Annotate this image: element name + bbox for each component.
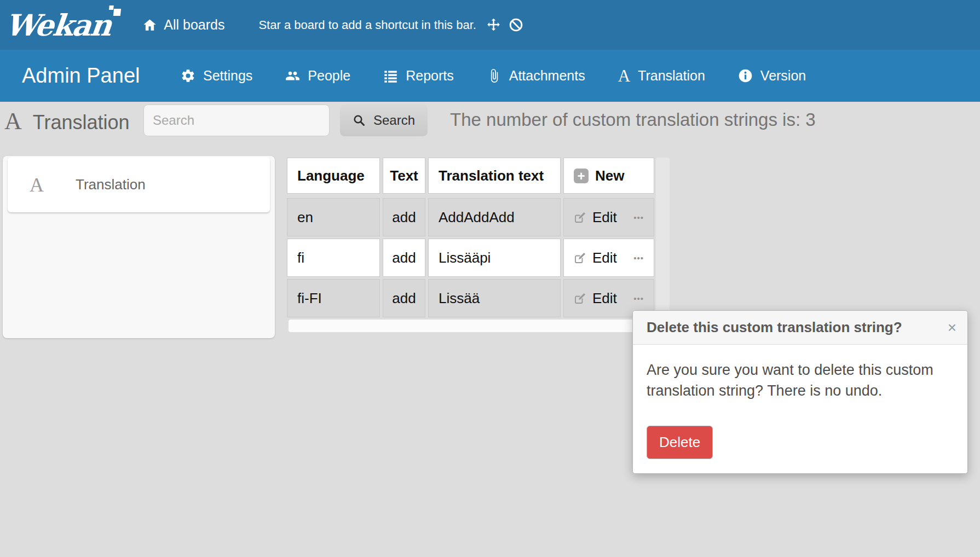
- paperclip-icon: [487, 68, 501, 83]
- dialog-header: Delete this custom translation string? ×: [633, 311, 967, 345]
- ban-icon[interactable]: [509, 18, 523, 32]
- top-bar: Wekan All boards Star a board to add a s…: [0, 0, 980, 50]
- table-cell-language: en: [287, 198, 380, 236]
- move-icon[interactable]: [486, 18, 501, 32]
- admin-nav-item-reports[interactable]: Reports: [383, 68, 454, 84]
- search-button[interactable]: Search: [340, 105, 428, 136]
- list-icon: [383, 68, 398, 83]
- dialog-message: Are you sure you want to delete this cus…: [647, 360, 953, 402]
- edit-button[interactable]: Edit: [592, 250, 617, 266]
- wekan-logo-text: Wekan: [4, 8, 113, 43]
- table-cell-text: add: [383, 279, 425, 317]
- column-header-translation-text: Translation text: [428, 158, 561, 194]
- sidebar-item-label: Translation: [76, 176, 146, 193]
- table-cell-actions: Edit•••: [563, 198, 654, 236]
- logo-square-decoration: [113, 9, 121, 16]
- column-header-language: Language: [287, 158, 380, 194]
- page-title-label: Translation: [33, 111, 130, 134]
- table-cell-text: add: [383, 198, 425, 236]
- admin-nav-item-attachments[interactable]: Attachments: [487, 68, 585, 84]
- table-cell-translation: Lissää: [428, 279, 561, 317]
- dialog-body: Are you sure you want to delete this cus…: [633, 345, 967, 473]
- edit-button[interactable]: Edit: [592, 290, 617, 307]
- search-input[interactable]: [143, 105, 330, 136]
- star-board-hint: Star a board to add a shortcut in this b…: [258, 18, 476, 32]
- ellipsis-icon[interactable]: •••: [633, 253, 644, 263]
- translation-count-text: The number of custom translation strings…: [450, 109, 816, 130]
- pencil-square-icon: [574, 211, 587, 224]
- search-button-label: Search: [373, 113, 415, 128]
- admin-nav-item-settings[interactable]: Settings: [181, 68, 252, 84]
- letter-a-icon: A: [618, 67, 630, 84]
- table-cell-translation: AddAddAdd: [428, 198, 561, 236]
- new-translation-button[interactable]: + New: [563, 158, 654, 194]
- pencil-square-icon: [574, 251, 587, 264]
- people-icon: [285, 68, 300, 83]
- table-cell-translation: Lissääpi: [428, 239, 561, 277]
- page-title: A Translation: [4, 107, 130, 135]
- home-icon: [142, 18, 157, 32]
- admin-panel-title: Admin Panel: [22, 64, 165, 88]
- horizontal-scrollbar-track[interactable]: [289, 320, 668, 332]
- all-boards-link[interactable]: All boards: [142, 17, 224, 33]
- admin-nav: Settings People Reports Attachments A Tr…: [181, 67, 806, 84]
- gear-icon: [181, 68, 195, 83]
- table-cell-language: fi-FI: [287, 279, 380, 317]
- info-icon: [738, 68, 753, 83]
- new-column-label: New: [595, 167, 624, 184]
- plus-icon: +: [574, 169, 589, 183]
- pencil-square-icon: [574, 292, 587, 305]
- search-icon: [353, 114, 366, 127]
- letter-a-icon: A: [4, 107, 22, 135]
- table-cell-actions: Edit•••: [563, 239, 654, 277]
- admin-nav-item-version[interactable]: Version: [738, 68, 806, 84]
- delete-button[interactable]: Delete: [647, 426, 713, 459]
- page-header: A Translation Search The number of custo…: [0, 102, 980, 141]
- edit-button[interactable]: Edit: [592, 209, 617, 226]
- sidebar-item-translation[interactable]: A Translation: [8, 157, 270, 212]
- table-cell-language: fi: [287, 239, 380, 277]
- admin-nav-item-translation[interactable]: A Translation: [618, 67, 705, 84]
- sidebar: A Translation: [3, 156, 275, 338]
- ellipsis-icon[interactable]: •••: [633, 294, 644, 303]
- all-boards-label: All boards: [164, 17, 224, 33]
- ellipsis-icon[interactable]: •••: [633, 213, 644, 222]
- wekan-logo: Wekan: [4, 8, 113, 43]
- table-cell-text: add: [383, 239, 425, 277]
- letter-a-icon: A: [30, 173, 44, 196]
- close-icon[interactable]: ×: [948, 320, 956, 335]
- admin-panel-bar: Admin Panel Settings People Reports Atta…: [0, 50, 980, 102]
- translation-table: Language Text Translation text + New ena…: [287, 158, 654, 317]
- logo-square-decoration: [109, 5, 114, 10]
- column-header-text: Text: [383, 158, 425, 194]
- delete-confirmation-dialog: Delete this custom translation string? ×…: [632, 310, 968, 474]
- admin-nav-item-people[interactable]: People: [285, 68, 350, 84]
- dialog-title: Delete this custom translation string?: [647, 319, 948, 336]
- vertical-scrollbar-track[interactable]: [656, 158, 670, 316]
